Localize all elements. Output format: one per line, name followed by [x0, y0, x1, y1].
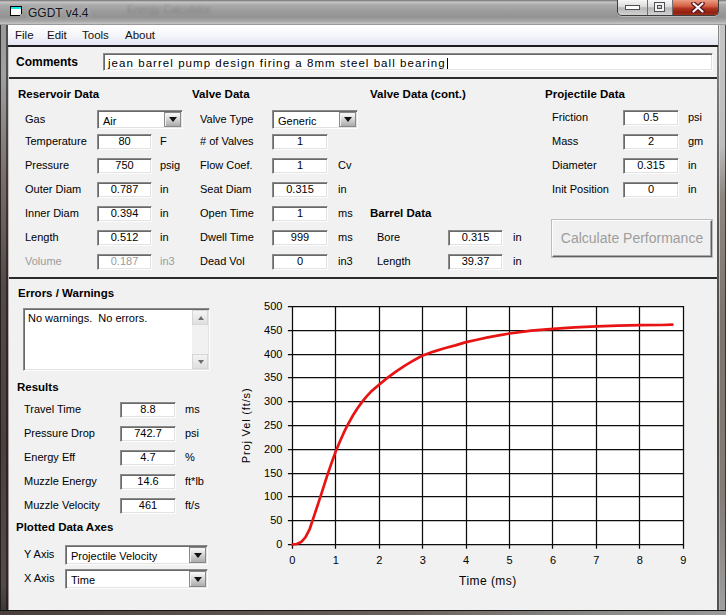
- svg-text:7: 7: [593, 554, 599, 566]
- svg-text:8: 8: [637, 554, 643, 566]
- svg-text:250: 250: [264, 419, 282, 431]
- svg-text:0: 0: [289, 554, 295, 566]
- svg-text:500: 500: [264, 300, 282, 312]
- svg-text:Time (ms): Time (ms): [459, 574, 517, 588]
- svg-text:400: 400: [264, 348, 282, 360]
- svg-text:1: 1: [333, 554, 339, 566]
- svg-text:3: 3: [420, 554, 426, 566]
- svg-text:200: 200: [264, 443, 282, 455]
- svg-text:50: 50: [270, 514, 282, 526]
- svg-text:350: 350: [264, 371, 282, 383]
- svg-text:100: 100: [264, 490, 282, 502]
- svg-text:300: 300: [264, 395, 282, 407]
- svg-text:6: 6: [550, 554, 556, 566]
- svg-text:150: 150: [264, 467, 282, 479]
- svg-text:5: 5: [507, 554, 513, 566]
- svg-text:4: 4: [463, 554, 469, 566]
- svg-text:0: 0: [276, 538, 282, 550]
- svg-text:9: 9: [680, 554, 686, 566]
- svg-text:450: 450: [264, 324, 282, 336]
- svg-text:Proj Vel (ft/s): Proj Vel (ft/s): [241, 388, 253, 464]
- svg-text:2: 2: [376, 554, 382, 566]
